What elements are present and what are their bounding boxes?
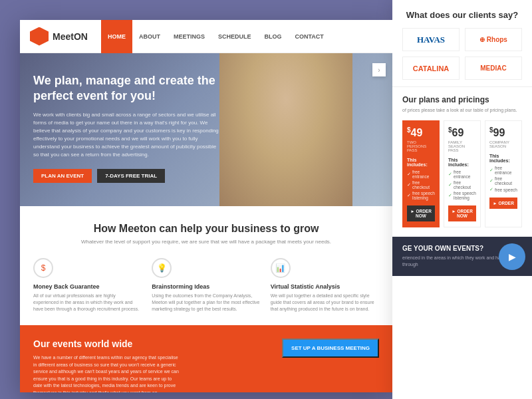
plan-feature-0-0: ✓free entrance <box>407 170 435 179</box>
plan-name-0: TWO PERSONS PASS <box>407 140 435 152</box>
feature-brainstorm: 💡 Brainstorming Ideas Using the outcomes… <box>152 258 260 312</box>
pricing-description: of prices please take a look at our tabl… <box>402 107 522 114</box>
logo-text: MeetON <box>53 31 88 42</box>
nav-blog[interactable]: BLOG <box>257 20 288 53</box>
navigation: MeetON HOME ABOUT MEETINGS SCHEDULE BLOG… <box>20 20 392 53</box>
nav-about[interactable]: ABOUT <box>132 20 167 53</box>
how-title: How Meeton can help your business to gro… <box>33 223 379 235</box>
plan-includes-2: This includes: <box>489 154 517 163</box>
manage-banner: GE YOUR OWN EVENTS? erienced in the area… <box>392 237 532 276</box>
plan-feature-1-2: ✓free speech listening <box>448 191 476 200</box>
plan-event-button[interactable]: PLAN AN EVENT <box>33 169 92 183</box>
plan-name-2: COMPANY SEASON <box>489 140 517 148</box>
nav-schedule[interactable]: SCHEDULE <box>211 20 258 53</box>
plan-includes-0: This includes: <box>407 158 435 167</box>
events-section: Our events world wide We have a number o… <box>20 325 392 392</box>
hero-person-image <box>219 53 352 206</box>
plan-name-1: FAMILY SEASON PASS <box>448 140 476 152</box>
nav-contact[interactable]: CONTACT <box>288 20 330 53</box>
bulb-icon: 💡 <box>152 258 172 278</box>
feature-desc-0: All of our virtual professionals are hig… <box>33 293 142 312</box>
how-description: Whatever the level of support you requir… <box>33 239 379 245</box>
money-icon: $ <box>33 258 53 278</box>
right-panel: What does our clients say? HAVAS ⊕ Rhops… <box>392 0 532 399</box>
plan-feature-1-0: ✓free entrance <box>448 170 476 179</box>
order-btn-2[interactable]: ► ORDER <box>489 198 517 209</box>
plan-feature-0-2: ✓free speech listening <box>407 191 435 200</box>
price-0: $49 <box>407 126 435 139</box>
clients-section: What does our clients say? HAVAS ⊕ Rhops… <box>392 0 532 87</box>
clients-title: What does our clients say? <box>402 10 522 20</box>
client-rhops: ⊕ Rhops <box>465 28 522 51</box>
plan-feature-0-1: ✓free checkout <box>407 180 435 190</box>
pricing-title: Our plans and pricings <box>402 95 522 104</box>
plan-feature-2-1: ✓free checkout <box>489 176 517 186</box>
pricing-card-2: $99 COMPANY SEASON This includes: ✓free … <box>485 120 522 227</box>
chevron-right-button[interactable]: › <box>372 63 386 76</box>
pricing-card-0: $49 TWO PERSONS PASS This includes: ✓fre… <box>402 120 440 227</box>
website-container: MeetON HOME ABOUT MEETINGS SCHEDULE BLOG… <box>20 20 392 392</box>
order-btn-1[interactable]: ► ORDER NOW <box>448 205 476 221</box>
feature-desc-1: Using the outcomes from the Company Anal… <box>152 293 260 312</box>
how-section: How Meeton can help your business to gro… <box>20 206 392 325</box>
nav-home[interactable]: HOME <box>101 20 132 53</box>
client-mediac: MEDIAC <box>465 57 522 80</box>
hero-description: We work with clients big and small acros… <box>33 111 219 159</box>
logo-icon <box>30 27 49 46</box>
plan-feature-2-2: ✓free speech <box>489 187 517 192</box>
pricing-section: Our plans and pricings of prices please … <box>392 87 532 235</box>
price-2: $99 <box>489 126 517 139</box>
hero-title: We plan, manage and create the perfect e… <box>33 73 219 104</box>
hero-buttons: PLAN AN EVENT 7-DAYS FREE TRIAL <box>33 169 219 183</box>
features-grid: $ Money Back Guarantee All of our virtua… <box>33 258 379 312</box>
plan-feature-2-0: ✓free entrance <box>489 166 517 175</box>
clients-grid: HAVAS ⊕ Rhops CATALINA MEDIAC <box>402 28 522 80</box>
chart-icon: 📊 <box>271 258 291 278</box>
feature-title-2: Virtual Statistic Analysis <box>271 283 379 290</box>
nav-meetings[interactable]: MEETINGS <box>167 20 211 53</box>
events-description: We have a number of different teams with… <box>33 354 180 392</box>
pricing-cards: $49 TWO PERSONS PASS This includes: ✓fre… <box>402 120 522 227</box>
feature-title-1: Brainstorming Ideas <box>152 283 260 290</box>
feature-title-0: Money Back Guarantee <box>33 283 142 290</box>
pricing-card-1: $69 FAMILY SEASON PASS This includes: ✓f… <box>444 120 481 227</box>
plan-includes-1: This includes: <box>448 158 476 167</box>
feature-desc-2: We will put together a detailed and spec… <box>271 293 379 312</box>
client-havas: HAVAS <box>402 28 460 51</box>
order-btn-0[interactable]: ► ORDER NOW <box>407 205 435 221</box>
feature-analysis: 📊 Virtual Statistic Analysis We will put… <box>271 258 379 312</box>
free-trial-button[interactable]: 7-DAYS FREE TRIAL <box>97 169 165 183</box>
hero-content: We plan, manage and create the perfect e… <box>33 73 219 183</box>
nav-links: HOME ABOUT MEETINGS SCHEDULE BLOG CONTAC… <box>101 20 331 53</box>
hero-person-face <box>219 53 352 206</box>
client-catalina: CATALINA <box>402 57 460 80</box>
hero-section: We plan, manage and create the perfect e… <box>20 53 392 206</box>
video-play-button[interactable]: ▶ <box>499 243 525 270</box>
setup-meeting-button[interactable]: SET UP A BUSINESS MEETING <box>282 338 379 358</box>
logo[interactable]: MeetON <box>30 27 88 46</box>
plan-feature-1-1: ✓free checkout <box>448 180 476 190</box>
price-1: $69 <box>448 126 476 139</box>
feature-money-back: $ Money Back Guarantee All of our virtua… <box>33 258 142 312</box>
